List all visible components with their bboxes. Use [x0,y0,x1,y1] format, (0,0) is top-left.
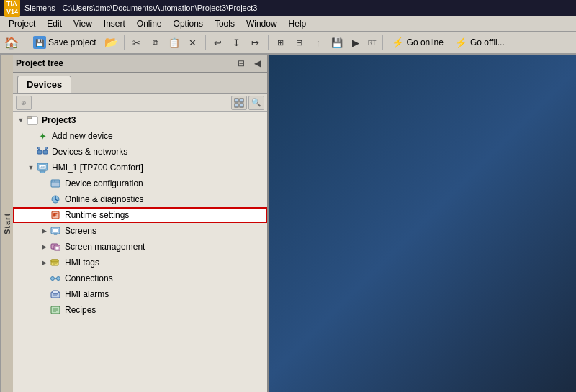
tree-runtime-settings[interactable]: Runtime settings [13,207,267,223]
expand-screens[interactable]: ▶ [39,226,49,236]
tree-project-root[interactable]: ▼ Project3 [13,112,267,128]
go-online-button[interactable]: ⚡ Go online [387,35,449,50]
svg-rect-1 [240,99,243,102]
panel-pin-button[interactable]: ◀ [250,56,264,70]
hmi1-icon: HMI [36,161,49,174]
add-device-label: Add new device [52,131,264,141]
title-bar: TIA V14 Siemens - C:\Users\dmc\Documents… [0,0,576,16]
menu-window[interactable]: Window [240,17,283,30]
menu-view[interactable]: View [68,17,98,30]
rt-label: RT [366,34,379,51]
hmi1-label: HMI_1 [TP700 Comfort] [52,163,264,173]
project-name-label: Project3 [42,115,264,125]
toolbar-separator-5 [382,35,383,50]
svg-point-18 [52,181,53,182]
paste-button[interactable]: 📋 [166,34,183,51]
tool2-button[interactable]: ⊟ [291,34,308,51]
main-toolbar: 🏠 💾 Save project 📂 ✂ ⧉ 📋 ✕ ↩ ↧ ↦ ⊞ ⊟ ↑ 💾… [0,32,576,55]
panel-split-button[interactable]: ⊟ [234,56,248,70]
hmi-tags-icon [49,256,62,269]
tool3-button[interactable]: ↑ [310,34,327,51]
tree-toolbar-left: ⊕ [16,96,32,110]
tree-hmi1[interactable]: ▼ HMI HMI_1 [TP700 Comfort] [13,160,267,176]
runtime-settings-label: Runtime settings [65,210,264,220]
new-device-button[interactable]: ⊕ [16,96,32,110]
menu-bar: Project Edit View Insert Online Options … [0,16,576,32]
expand-hmi1[interactable]: ▼ [26,163,36,173]
screens-icon [49,224,62,237]
save-project-button[interactable]: 💾 Save project [28,34,102,51]
panel-actions: ⊟ ◀ [234,56,264,70]
tree-hmi-tags[interactable]: ▶ HMI tags [13,255,267,270]
tree-hmi-alarms[interactable]: HMI alarms [13,286,267,302]
tree-devices-networks[interactable]: Devices & networks [13,144,267,160]
tree-recipes[interactable]: Recipes [13,302,267,318]
tree-screens[interactable]: ▶ Screens [13,223,267,239]
go-offline-button[interactable]: ⚡ Go offli... [450,35,510,50]
devices-tab[interactable]: Devices [17,76,71,93]
svg-rect-34 [51,260,58,262]
toolbar-separator-1 [24,35,24,50]
tree-online-diag[interactable]: Online & diagnostics [13,191,267,207]
expand-online-diag [39,194,49,204]
go-offline-icon: ⚡ [455,37,467,48]
go-online-label: Go online [407,37,444,47]
menu-insert[interactable]: Insert [98,17,131,30]
connections-label: Connections [65,273,264,283]
expand-hmi-tags[interactable]: ▶ [39,257,49,268]
menu-project[interactable]: Project [3,17,41,30]
window-title: Siemens - C:\Users\dmc\Documents\Automat… [24,4,257,12]
expand-device-config [39,178,49,188]
online-diag-icon [49,193,62,206]
tree-scroll-area[interactable]: ▼ Project3 ✦ Add new device [13,112,267,392]
menu-edit[interactable]: Edit [41,17,68,30]
undo-button[interactable]: ↩ [210,34,227,51]
expand-dev-net [26,147,36,157]
redo-back-button[interactable]: ↧ [228,34,246,51]
expand-connections [39,273,49,283]
expand-hmi-alarms [39,289,49,299]
collapse-all-button[interactable] [231,96,247,110]
expand-project[interactable]: ▼ [16,115,26,125]
panel-title: Project tree [16,58,63,68]
save-project-label: Save project [48,37,96,47]
search-tree-button[interactable]: 🔍 [248,96,264,110]
copy-button[interactable]: ⧉ [147,34,164,51]
go-online-icon: ⚡ [392,37,404,48]
expand-add-device [26,131,36,141]
redo-forward-button[interactable]: ↦ [247,34,264,51]
expand-screen-mgmt[interactable]: ▶ [39,242,49,252]
delete-button[interactable]: ✕ [184,34,202,51]
tree-device-config[interactable]: Device configuration [13,176,267,191]
svg-point-37 [51,277,55,281]
tree-toolbar: ⊕ 🔍 [13,94,267,112]
screens-label: Screens [65,226,264,236]
recipes-icon [49,304,62,316]
tool5-button[interactable]: ▶ [347,34,364,51]
svg-rect-2 [235,104,238,107]
svg-rect-13 [40,171,45,173]
menu-help[interactable]: Help [283,17,312,30]
svg-rect-7 [43,150,48,154]
open-button[interactable]: 📂 [103,34,120,51]
project-icon [26,114,39,127]
expand-recipes [39,305,49,315]
start-tab[interactable]: Start [0,55,13,392]
tree-add-device[interactable]: ✦ Add new device [13,128,267,144]
svg-rect-0 [235,99,238,102]
cut-button[interactable]: ✂ [128,34,145,51]
menu-online[interactable]: Online [131,17,168,30]
menu-tools[interactable]: Tools [209,17,240,30]
tree-connections[interactable]: Connections [13,270,267,286]
tool4-button[interactable]: 💾 [328,34,346,51]
hmi-tags-label: HMI tags [65,257,264,268]
expand-runtime-settings [39,210,49,220]
tia-home-button[interactable]: 🏠 [3,34,20,51]
toolbar-separator-3 [205,35,206,50]
tool1-button[interactable]: ⊞ [272,34,289,51]
menu-options[interactable]: Options [168,17,209,30]
devices-networks-label: Devices & networks [52,147,264,157]
tree-screen-management[interactable]: ▶ Screen management [13,239,267,255]
screen-mgmt-icon [49,240,62,253]
device-config-label: Device configuration [65,178,264,188]
